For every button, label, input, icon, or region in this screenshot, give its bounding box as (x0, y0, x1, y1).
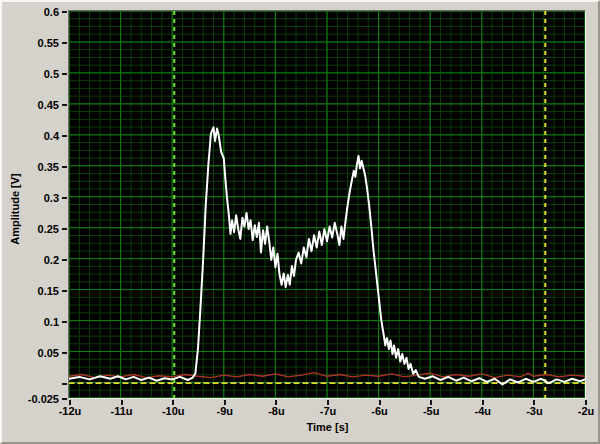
y-tick-mark (62, 73, 67, 75)
y-tick-mark (62, 197, 67, 199)
y-tick-label: 0.45 (13, 99, 59, 112)
x-tick-label: -5u (409, 405, 453, 418)
y-tick-label: 0.55 (13, 37, 59, 50)
y-tick-label: 0.15 (13, 285, 59, 298)
y-tick-mark (62, 383, 67, 385)
y-tick-mark (62, 135, 67, 137)
x-tick-label: -8u (254, 405, 298, 418)
x-tick-label: -7u (306, 405, 350, 418)
y-tick-label: 0.5 (13, 68, 59, 81)
x-axis-title: Time [s] (69, 421, 586, 433)
y-tick-label: 0.1 (13, 316, 59, 329)
y-tick-mark (62, 259, 67, 261)
x-tick-label: -4u (461, 405, 505, 418)
y-tick-mark (62, 11, 67, 13)
y-tick-label: 0.3 (13, 192, 59, 205)
y-tick-label: 0.25 (13, 223, 59, 236)
y-tick-mark (62, 398, 67, 400)
y-tick-mark (62, 352, 67, 354)
x-tick-label: -3u (512, 405, 556, 418)
y-tick-label: 0.4 (13, 130, 59, 143)
y-tick-mark (62, 166, 67, 168)
y-tick-label: 0.6 (13, 6, 59, 19)
y-tick-mark (62, 104, 67, 106)
plot-area[interactable] (68, 10, 586, 399)
x-tick-label: -9u (203, 405, 247, 418)
x-tick-label: -12u (48, 405, 92, 418)
y-tick-mark (62, 321, 67, 323)
y-tick-label: 0.35 (13, 161, 59, 174)
waveform-graph-panel: Amplitude [V] Time [s] 0.60.550.50.450.4… (0, 0, 600, 444)
x-tick-label: -2u (564, 405, 600, 418)
plot-svg (69, 11, 585, 398)
y-tick-label: 0.05 (13, 347, 59, 360)
y-tick-mark (62, 290, 67, 292)
x-tick-label: -10u (151, 405, 195, 418)
y-tick-mark (62, 42, 67, 44)
x-tick-label: -11u (100, 405, 144, 418)
x-tick-label: -6u (358, 405, 402, 418)
y-tick-label: 0.2 (13, 254, 59, 267)
y-tick-mark (62, 228, 67, 230)
